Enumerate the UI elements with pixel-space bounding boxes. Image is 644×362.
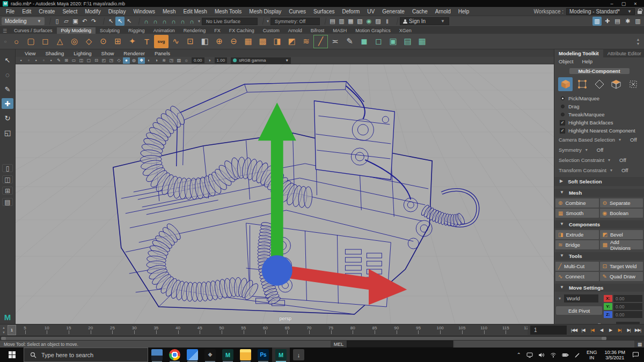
shelf-tab[interactable]: FX Caching [225, 27, 259, 34]
menu-item[interactable]: Display [105, 9, 130, 14]
separate-shelf-icon[interactable]: ⊖ [226, 35, 241, 48]
motion-blur-icon[interactable]: ≋ [160, 57, 167, 64]
photos-app-icon[interactable] [184, 348, 201, 362]
paint-selection-tool-icon[interactable]: ✎ [2, 84, 13, 94]
add-divisions-shelf-icon[interactable]: ▩ [255, 35, 270, 48]
gamma-icon[interactable]: ◑ [206, 57, 213, 64]
menu-item[interactable]: Windows [129, 9, 159, 14]
smooth-icon[interactable]: ▦Smooth [555, 209, 599, 218]
combine-icon[interactable]: ⊕Combine [555, 198, 599, 208]
shelf-options-icon[interactable]: ○ [2, 39, 9, 44]
step-back-key-button[interactable]: |◀ [588, 326, 597, 335]
gate-mask-icon[interactable]: ▢ [85, 57, 92, 64]
soft-selection-section[interactable]: ▶ Soft Selection [554, 177, 644, 186]
boolean-difference-icon[interactable]: ◻ [371, 35, 386, 48]
menu-item[interactable]: Curves [285, 9, 310, 14]
hypershade-icon[interactable]: ◉ [364, 17, 374, 26]
game-app-icon[interactable]: ❖ [201, 348, 219, 362]
multi-component-button[interactable]: Multi-Component [569, 68, 630, 74]
menu-item[interactable]: Cache [408, 9, 431, 14]
use-all-lights-icon[interactable]: ❖ [138, 57, 145, 64]
tray-expand-icon[interactable]: ⌃ [514, 352, 524, 358]
sign-in-dropdown[interactable]: Sign In ▼ [400, 17, 449, 25]
viewport-menu-item[interactable]: Renderer [119, 50, 150, 56]
shelf-tab[interactable]: MASH [328, 27, 351, 34]
play-backwards-button[interactable]: ◀ [597, 326, 606, 335]
viewport-menu-item[interactable]: Show [97, 50, 119, 56]
wireframe-display-icon[interactable]: ◇ [115, 57, 122, 64]
two-pane-layout-icon[interactable]: ◫ [2, 175, 13, 183]
multi-cut-shelf-icon[interactable]: ╱ [313, 35, 328, 48]
menu-item[interactable]: Select [58, 9, 81, 14]
object-mode-icon[interactable] [558, 77, 573, 91]
range-slider-bar[interactable] [1, 337, 606, 340]
combine-shelf-icon[interactable]: ⊕ [212, 35, 226, 48]
action-center-icon[interactable] [630, 351, 644, 358]
chevron-down-icon[interactable]: ▾ [197, 19, 201, 24]
single-pane-layout-icon[interactable]: ▯ [2, 164, 13, 172]
shelf-tab[interactable]: Animation [149, 27, 179, 34]
snap-to-grid-icon[interactable]: ∩ [142, 17, 151, 26]
shelf-tab[interactable]: Poly Modeling [57, 27, 96, 34]
live-surface-field[interactable]: No Live Surface [202, 18, 258, 25]
remesh-icon[interactable]: ▤ [400, 35, 415, 48]
toolkit-checkbox-row[interactable]: ✓ Highlight Backfaces [554, 119, 644, 127]
boolean-union-icon[interactable]: ◼ [357, 35, 371, 48]
toolkit-dropdown-row[interactable]: Transform Constraint ▾ Off [554, 165, 644, 175]
menu-item[interactable]: Create [35, 9, 58, 14]
render-settings-icon[interactable]: ▧ [355, 17, 364, 26]
vertex-mode-icon[interactable] [575, 77, 590, 91]
command-input[interactable] [347, 341, 453, 348]
installer-app-icon[interactable]: ↓ [290, 348, 308, 362]
sphere-primitive-icon[interactable]: ○ [9, 35, 24, 48]
workspace-selector[interactable]: Modeling - Standard* ▼ [566, 8, 635, 15]
pick-option-row[interactable]: Drag [554, 102, 644, 110]
two-d-pan-zoom-icon[interactable]: ▪ [48, 57, 55, 64]
boolean-icon[interactable]: ◉Boolean [600, 209, 643, 218]
save-scene-icon[interactable]: ▣ [71, 17, 80, 26]
new-scene-icon[interactable]: ▯ [53, 17, 62, 26]
retopologize-icon[interactable]: ▦ [415, 35, 429, 48]
bevel-shelf-icon[interactable]: ◩ [284, 35, 299, 48]
timeline-left-controls[interactable]: ▲▼ [0, 324, 8, 336]
connect-icon[interactable]: ∿Connect [555, 272, 599, 281]
extrude-shelf-icon[interactable]: ◨ [270, 35, 284, 48]
smooth-shelf-icon[interactable]: ▦ [241, 35, 255, 48]
symmetry-field[interactable]: Symmetry: Off [270, 18, 320, 25]
target-weld-shelf-icon[interactable]: ≍ [328, 35, 342, 48]
toolkit-menu-item[interactable]: Help [582, 58, 592, 64]
snap-to-view-plane-icon[interactable]: ∩ [178, 17, 187, 26]
start-button[interactable] [0, 348, 24, 362]
shelf-tab[interactable]: Rigging [124, 27, 149, 34]
viewport-menu-item[interactable]: Lighting [69, 50, 96, 56]
select-tool-icon[interactable]: ↖ [2, 55, 13, 65]
close-button[interactable]: × [630, 1, 641, 6]
menu-item[interactable]: Mesh Tools [211, 9, 245, 14]
gamma-field[interactable]: 1.00 [215, 57, 228, 63]
grease-pencil-icon[interactable]: ✎ [55, 57, 62, 64]
undo-icon[interactable]: ↶ [80, 17, 89, 26]
toolkit-dropdown-row[interactable]: Selection Constraint ▾ Off [554, 155, 644, 165]
shadows-icon[interactable]: ◐ [145, 57, 152, 64]
ipr-render-icon[interactable]: ▥ [337, 17, 346, 26]
extrude-icon[interactable]: ◨Extrude [555, 230, 599, 239]
toolkit-checkbox-row[interactable]: ✓ Highlight Nearest Component [554, 127, 644, 135]
svg-tool-icon[interactable]: svg [154, 35, 169, 48]
lasso-tool-icon[interactable]: ◌ [2, 69, 13, 80]
snap-to-point-icon[interactable]: ∩ [160, 17, 169, 26]
channel-box-toggle-icon[interactable]: ▥ [633, 17, 642, 26]
disc-primitive-icon[interactable]: ⊙ [96, 35, 111, 48]
toolkit-dropdown-row[interactable]: Symmetry ▾ Off [554, 145, 644, 155]
super-shape-icon[interactable]: ✦ [125, 35, 140, 48]
shelf-tab[interactable]: Bifrost [306, 27, 329, 34]
torus-primitive-icon[interactable]: ◎ [67, 35, 82, 48]
pick-option-row[interactable]: Pick/Marquee [554, 94, 644, 102]
menu-item[interactable]: Modify [81, 9, 104, 14]
go-to-start-button[interactable]: |◀◀ [569, 326, 579, 335]
maximize-button[interactable]: ▢ [618, 1, 630, 6]
quad-draw-icon[interactable]: ✎Quad Draw [600, 272, 643, 281]
chevron-down-icon[interactable]: ▾ [558, 296, 562, 301]
volume-icon[interactable] [536, 352, 547, 358]
bookmarks-icon[interactable]: ▪ [33, 57, 40, 64]
type-tool-icon[interactable]: T [140, 35, 154, 48]
